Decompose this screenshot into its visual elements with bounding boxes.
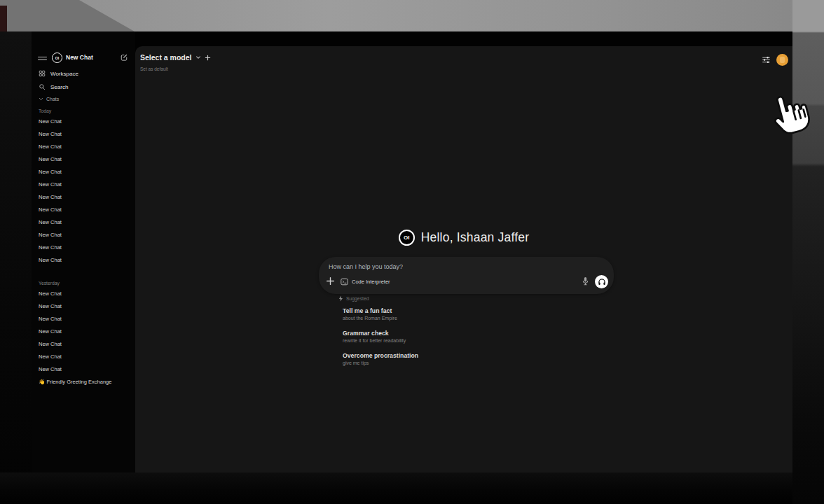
hand-cursor [769, 86, 814, 135]
chats-label: Chats [46, 97, 59, 102]
suggested-prompt-title: Grammar check [343, 330, 549, 337]
backdrop-diagonal [0, 0, 210, 31]
sidebar-item-workspace[interactable]: Workspace [32, 67, 135, 80]
set-as-default-button[interactable]: Set as default [140, 66, 168, 71]
chevron-down-icon [39, 97, 43, 102]
topbar-actions [762, 54, 788, 66]
backdrop-left [0, 31, 32, 504]
workspace-grid-icon [39, 70, 46, 77]
message-composer[interactable]: How can I help you today? Code Interpret… [319, 257, 614, 294]
chat-history-item[interactable]: New Chat [32, 204, 135, 216]
backdrop-bottom [0, 472, 792, 504]
chat-history-item[interactable]: New Chat [32, 191, 135, 204]
model-selector[interactable]: Select a model [140, 53, 211, 62]
chat-history-item[interactable]: New Chat [32, 229, 135, 241]
chat-history-item[interactable]: New Chat [32, 300, 135, 313]
chat-history-item[interactable]: New Chat [32, 141, 135, 153]
chat-history-item[interactable]: New Chat [32, 326, 135, 338]
suggested-prompt-title: Overcome procrastination [343, 352, 549, 360]
backdrop-right [792, 0, 824, 504]
chat-history-item[interactable]: New Chat [32, 216, 135, 229]
microphone-icon[interactable] [582, 276, 589, 286]
chat-history-item[interactable]: New Chat [32, 128, 135, 141]
chat-history-item[interactable]: New Chat [32, 313, 135, 326]
add-model-icon[interactable] [205, 55, 211, 61]
code-interpreter-icon [341, 278, 348, 286]
headphones-icon [598, 278, 606, 286]
chat-history-item[interactable]: New Chat [32, 115, 135, 128]
chats-section-toggle[interactable]: Chats [39, 97, 59, 102]
chat-history-item[interactable]: New Chat [32, 363, 135, 376]
suggested-prompt-subtitle: give me tips [343, 360, 549, 367]
suggested-prompt-subtitle: rewrite it for better readability [343, 337, 549, 344]
user-avatar[interactable] [776, 54, 788, 66]
composer-toolbar: Code Interpreter [319, 274, 614, 290]
chat-history-item[interactable]: New Chat [32, 153, 135, 166]
app-logo: OI [52, 52, 62, 63]
sidebar-header: OI New Chat [32, 51, 135, 65]
backdrop-maroon-patch [0, 6, 7, 31]
chat-history-item[interactable]: New Chat [32, 166, 135, 178]
chat-group-label: Today [32, 106, 135, 115]
code-interpreter-toggle[interactable]: Code Interpreter [341, 275, 390, 288]
suggested-label: Suggested [346, 296, 369, 301]
suggested-prompt-title: Tell me a fun fact [343, 307, 549, 315]
greeting-text: Hello, Ishaan Jaffer [421, 230, 529, 245]
chat-group-label: Yesterday [32, 278, 135, 288]
suggested-prompt[interactable]: Tell me a fun factabout the Roman Empire [343, 307, 549, 322]
search-label: Search [50, 84, 68, 90]
suggested-header: Suggested [338, 295, 549, 302]
chat-history-item[interactable]: New Chat [32, 351, 135, 363]
bolt-icon [338, 295, 343, 302]
message-input[interactable]: How can I help you today? [329, 263, 403, 270]
settings-sliders-icon[interactable] [762, 55, 771, 64]
chat-history-item[interactable]: New Chat [32, 241, 135, 254]
sidebar: OI New Chat Workspace Search Chats Today… [32, 31, 135, 472]
code-interpreter-label: Code Interpreter [352, 279, 390, 285]
sidebar-item-search[interactable]: Search [32, 80, 135, 93]
workspace-label: Workspace [50, 71, 78, 77]
screen: OI New Chat Workspace Search Chats Today… [0, 0, 824, 504]
app-logo: OI [399, 230, 415, 246]
suggested-prompt[interactable]: Grammar checkrewrite it for better reada… [343, 330, 549, 344]
sidebar-title: New Chat [66, 54, 93, 61]
search-icon [39, 83, 46, 90]
backdrop-top [0, 0, 824, 31]
suggested-prompt[interactable]: Overcome procrastinationgive me tips [343, 352, 549, 367]
new-chat-icon[interactable] [120, 53, 128, 62]
chevron-down-icon [195, 55, 201, 60]
chat-history-item[interactable]: New Chat [32, 178, 135, 191]
chat-history-item[interactable]: New Chat [32, 288, 135, 300]
suggested-section: Suggested Tell me a fun factabout the Ro… [338, 295, 549, 374]
sidebar-toggle-icon[interactable] [38, 55, 47, 62]
chat-history-item[interactable]: 👋 Friendly Greeting Exchange [32, 376, 135, 388]
suggested-list: Tell me a fun factabout the Roman Empire… [338, 307, 549, 367]
chat-history-list: TodayNew ChatNew ChatNew ChatNew ChatNew… [32, 106, 135, 388]
chat-history-item[interactable]: New Chat [32, 254, 135, 267]
greeting: OI Hello, Ishaan Jaffer [135, 230, 792, 246]
chat-history-item[interactable]: New Chat [32, 338, 135, 351]
open-webui-window: OI New Chat Workspace Search Chats Today… [32, 31, 792, 472]
voice-call-button[interactable] [595, 275, 608, 288]
model-selector-label: Select a model [140, 53, 192, 62]
attach-plus-icon[interactable] [326, 276, 335, 286]
suggested-prompt-subtitle: about the Roman Empire [343, 315, 549, 322]
